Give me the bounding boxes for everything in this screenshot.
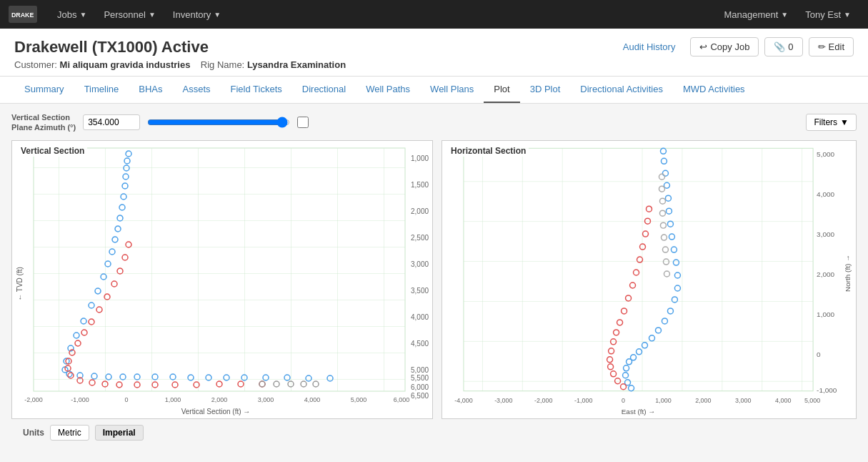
imperial-button[interactable]: Imperial	[95, 425, 144, 441]
svg-rect-2	[34, 148, 405, 391]
svg-text:-1,000: -1,000	[71, 396, 89, 403]
svg-text:4,000: 4,000	[304, 396, 321, 403]
svg-text:5,000: 5,000	[804, 396, 820, 403]
personnel-caret-icon: ▼	[149, 11, 156, 19]
filters-caret-icon: ▼	[840, 117, 849, 127]
inventory-caret-icon: ▼	[214, 11, 221, 19]
svg-text:3,000: 3,000	[411, 260, 429, 268]
nav-management[interactable]: Management ▼	[715, 0, 797, 29]
svg-text:2,000: 2,000	[411, 207, 429, 215]
svg-text:3,500: 3,500	[411, 287, 429, 295]
customer-label: Customer:	[14, 59, 57, 70]
copy-job-button[interactable]: ↩ Copy Job	[690, 37, 759, 56]
svg-text:-3,000: -3,000	[494, 396, 512, 403]
horizontal-section-svg: 5,000 4,000 3,000 2,000 1,000 0 -1,000 N…	[442, 141, 856, 420]
horizontal-section-title: Horizontal Section	[448, 145, 529, 157]
svg-text:2,000: 2,000	[211, 396, 228, 403]
svg-text:3,000: 3,000	[735, 396, 751, 403]
vertical-section-chart: Vertical Section 1,000 1,500 2,000 2,500…	[11, 140, 433, 419]
svg-text:-2,000: -2,000	[534, 396, 552, 403]
plane-azimuth-slider[interactable]	[147, 117, 290, 128]
svg-text:3,000: 3,000	[817, 230, 834, 238]
job-title-row: Drakewell (TX1000) Active Audit History …	[14, 37, 854, 56]
svg-text:5,000: 5,000	[411, 366, 429, 374]
svg-text:4,500: 4,500	[411, 340, 429, 348]
rig-name: Lysandra Examination	[247, 59, 346, 70]
svg-text:5,000: 5,000	[817, 150, 834, 158]
management-caret-icon: ▼	[781, 11, 788, 19]
tab-plot[interactable]: Plot	[484, 77, 519, 103]
svg-text:DRAKE: DRAKE	[11, 11, 34, 19]
svg-text:-1,000: -1,000	[817, 385, 837, 393]
svg-text:North (ft) →: North (ft) →	[844, 255, 852, 292]
svg-text:-4,000: -4,000	[454, 396, 472, 403]
customer-name: Mi aliquam gravida industries	[60, 59, 191, 70]
svg-text:1,000: 1,000	[411, 154, 429, 162]
job-title: Drakewell (TX1000) Active	[14, 38, 209, 56]
svg-text:Vertical Section (ft) →: Vertical Section (ft) →	[181, 408, 251, 416]
rig-label: Rig Name:	[201, 59, 244, 70]
logo: DRAKE	[9, 4, 37, 24]
job-meta: Customer: Mi aliquam gravida industries …	[14, 59, 854, 76]
vertical-section-svg: 1,000 1,500 2,000 2,500 3,000 3,500 4,00…	[12, 141, 434, 420]
tab-field_tickets[interactable]: Field Tickets	[221, 77, 292, 103]
svg-text:1,500: 1,500	[411, 181, 429, 189]
svg-text:6,000: 6,000	[411, 383, 429, 391]
svg-text:3,000: 3,000	[258, 396, 274, 403]
tab-well_plans[interactable]: Well Plans	[420, 77, 484, 103]
svg-text:-2,000: -2,000	[24, 396, 43, 403]
plane-azimuth-label: Vertical SectionPlane Azimuth (°)	[11, 112, 76, 133]
filters-button[interactable]: Filters ▼	[806, 114, 857, 131]
svg-text:0: 0	[622, 396, 625, 403]
plane-azimuth-input[interactable]	[83, 114, 140, 130]
tab-mwd_activities[interactable]: MWD Activities	[673, 77, 755, 103]
tab-well_paths[interactable]: Well Paths	[356, 77, 420, 103]
tab-directional[interactable]: Directional	[292, 77, 356, 103]
metric-button[interactable]: Metric	[50, 425, 89, 441]
navbar: DRAKE Jobs ▼ Personnel ▼ Inventory ▼ Man…	[0, 0, 868, 29]
svg-text:0: 0	[817, 350, 821, 358]
tab-bhas[interactable]: BHAs	[129, 77, 172, 103]
plot-area: Vertical SectionPlane Azimuth (°) Filter…	[0, 104, 868, 455]
svg-text:2,000: 2,000	[695, 396, 711, 403]
tab-3d_plot[interactable]: 3D Plot	[520, 77, 571, 103]
nav-user[interactable]: Tony Est ▼	[797, 0, 859, 29]
job-actions: Audit History ↩ Copy Job 📎 0 ✏ Edit	[614, 37, 854, 56]
audit-history-button[interactable]: Audit History	[614, 37, 685, 56]
svg-text:4,000: 4,000	[411, 313, 429, 321]
horizontal-section-chart: Horizontal Section 5,000 4,000 3,000 2,0…	[442, 140, 857, 419]
svg-text:4,000: 4,000	[775, 396, 791, 403]
nav-inventory[interactable]: Inventory ▼	[164, 0, 229, 29]
svg-text:1,000: 1,000	[165, 396, 181, 403]
svg-text:1,000: 1,000	[655, 396, 671, 403]
jobs-caret-icon: ▼	[79, 11, 86, 19]
units-label: Units	[23, 428, 44, 438]
svg-text:5,000: 5,000	[351, 396, 367, 403]
svg-text:5,500: 5,500	[411, 374, 429, 382]
svg-text:2,500: 2,500	[411, 234, 429, 242]
attachments-button[interactable]: 📎 0	[764, 37, 802, 56]
plot-controls: Vertical SectionPlane Azimuth (°) Filter…	[11, 112, 857, 133]
job-header: Drakewell (TX1000) Active Audit History …	[0, 29, 868, 77]
charts-row: Vertical Section 1,000 1,500 2,000 2,500…	[11, 140, 857, 419]
nav-personnel[interactable]: Personnel ▼	[95, 0, 164, 29]
nav-jobs[interactable]: Jobs ▼	[49, 0, 95, 29]
copy-icon: ↩	[699, 41, 707, 52]
svg-text:East (ft) →: East (ft) →	[622, 407, 656, 415]
svg-text:6,000: 6,000	[394, 396, 410, 403]
plane-checkbox[interactable]	[297, 117, 309, 128]
tab-summary[interactable]: Summary	[14, 77, 74, 103]
paperclip-icon: 📎	[774, 41, 785, 52]
vertical-section-title: Vertical Section	[18, 145, 87, 157]
svg-text:2,000: 2,000	[817, 270, 834, 278]
edit-button[interactable]: ✏ Edit	[809, 37, 854, 56]
units-bar: Units Metric Imperial	[11, 419, 857, 446]
svg-text:6,500: 6,500	[411, 392, 429, 400]
edit-icon: ✏	[818, 41, 826, 52]
nav-right: Management ▼ Tony Est ▼	[715, 0, 859, 29]
svg-text:-1,000: -1,000	[574, 396, 592, 403]
tab-directional_activities[interactable]: Directional Activities	[570, 77, 673, 103]
tab-timeline[interactable]: Timeline	[74, 77, 129, 103]
tab-assets[interactable]: Assets	[173, 77, 221, 103]
svg-text:← TVD (ft): ← TVD (ft)	[16, 267, 24, 301]
